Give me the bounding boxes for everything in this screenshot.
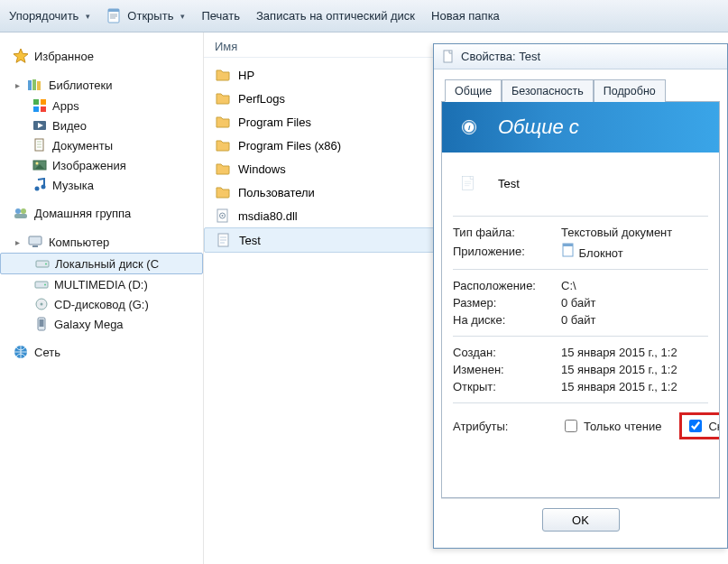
txt-icon xyxy=(441,50,456,64)
sidebar-item-local-disk-c[interactable]: Локальный диск (C xyxy=(0,253,203,274)
properties-banner: i Общие с xyxy=(442,102,719,153)
file-name: Program Files (x86) xyxy=(238,139,341,153)
svg-rect-9 xyxy=(33,99,39,105)
tab-general[interactable]: Общие xyxy=(445,79,502,102)
drive-d-label: MULTIMEDIA (D:) xyxy=(54,278,148,291)
phone-icon xyxy=(34,317,49,331)
filename-input[interactable] xyxy=(496,176,708,191)
libraries-icon xyxy=(27,77,43,93)
sidebar-item-apps[interactable]: Apps xyxy=(0,96,203,116)
sidebar-item-favorites[interactable]: Избранное xyxy=(0,45,203,67)
svg-rect-11 xyxy=(33,106,39,112)
dialog-titlebar[interactable]: Свойства: Test xyxy=(434,44,727,69)
property-key: Размер: xyxy=(453,296,552,310)
sidebar-item-multimedia-d[interactable]: MULTIMEDIA (D:) xyxy=(0,274,203,294)
newfolder-button[interactable]: Новая папка xyxy=(431,9,500,23)
network-label: Сеть xyxy=(34,346,60,359)
homegroup-icon xyxy=(13,205,29,221)
computer-label: Компьютер xyxy=(49,236,109,249)
notepad-icon xyxy=(561,243,576,257)
svg-rect-26 xyxy=(14,214,27,218)
tab-details[interactable]: Подробно xyxy=(594,79,666,102)
tab-strip: Общие Безопасность Подробно xyxy=(445,79,720,101)
folder-icon xyxy=(215,114,231,130)
print-label: Печать xyxy=(201,9,240,23)
svg-rect-36 xyxy=(40,319,44,327)
sidebar-item-libraries[interactable]: ▸ Библиотеки xyxy=(0,74,203,96)
music-label: Музыка xyxy=(52,179,94,192)
property-value: C:\ xyxy=(561,279,576,292)
sidebar-item-cdrom-g[interactable]: CD-дисковод (G:) xyxy=(0,294,203,314)
svg-rect-10 xyxy=(41,99,46,105)
property-value: 15 января 2015 г., 1:2 xyxy=(561,363,677,376)
apps-icon xyxy=(32,98,47,113)
expand-icon[interactable]: ▸ xyxy=(13,237,22,247)
highlight-box: Скр xyxy=(679,412,720,439)
svg-point-20 xyxy=(36,162,39,165)
property-row: Расположение:C:\ xyxy=(453,277,708,294)
ok-button[interactable]: OK xyxy=(542,508,620,532)
property-value: 0 байт xyxy=(561,313,595,327)
open-button[interactable]: Открыть xyxy=(106,8,185,24)
tab-security[interactable]: Безопасность xyxy=(502,79,594,102)
properties-dialog: Свойства: Test Общие Безопасность Подроб… xyxy=(433,43,728,549)
property-key: Тип файла: xyxy=(453,226,552,239)
organize-button[interactable]: Упорядочить xyxy=(9,9,90,23)
file-name: Test xyxy=(239,234,261,247)
notepad-icon xyxy=(106,8,123,24)
hidden-checkbox[interactable]: Скр xyxy=(686,417,720,435)
drive-icon xyxy=(34,277,49,291)
folder-icon xyxy=(215,161,231,177)
svg-rect-6 xyxy=(28,80,32,90)
video-label: Видео xyxy=(52,119,87,133)
open-label: Открыть xyxy=(127,9,173,23)
readonly-checkbox[interactable]: Только чтение xyxy=(561,417,661,435)
music-icon xyxy=(32,178,47,192)
sidebar-item-documents[interactable]: Документы xyxy=(0,135,203,155)
sidebar-item-homegroup[interactable]: Домашняя группа xyxy=(0,202,203,224)
property-row: Открыт:15 января 2015 г., 1:2 xyxy=(453,378,708,395)
sidebar-item-pictures[interactable]: Изображения xyxy=(0,155,203,175)
txt-icon xyxy=(216,232,232,248)
drive-c-label: Локальный диск (C xyxy=(55,257,159,271)
svg-point-34 xyxy=(41,303,43,306)
burn-label: Записать на оптический диск xyxy=(256,9,415,23)
property-key: Изменен: xyxy=(453,363,552,376)
galaxy-label: Galaxy Mega xyxy=(54,318,124,331)
explorer-toolbar: Упорядочить Открыть Печать Записать на о… xyxy=(0,0,728,32)
svg-point-32 xyxy=(44,284,46,286)
property-row: Создан:15 января 2015 г., 1:2 xyxy=(453,344,708,361)
svg-rect-12 xyxy=(41,106,46,112)
documents-icon xyxy=(32,138,47,153)
svg-rect-8 xyxy=(37,81,41,90)
sidebar-item-video[interactable]: Видео xyxy=(0,116,203,135)
sidebar-item-network[interactable]: Сеть xyxy=(0,341,203,363)
file-name: PerfLogs xyxy=(238,92,285,106)
expand-icon[interactable]: ▸ xyxy=(13,80,22,90)
favorites-label: Избранное xyxy=(34,50,94,63)
property-value: Блокнот xyxy=(561,243,623,260)
sidebar-item-music[interactable]: Музыка xyxy=(0,175,203,195)
folder-icon xyxy=(215,137,231,153)
apps-label: Apps xyxy=(52,99,79,113)
sidebar-item-computer[interactable]: ▸ Компьютер xyxy=(0,231,203,253)
network-icon xyxy=(13,344,29,360)
dll-icon xyxy=(215,208,231,224)
svg-rect-45 xyxy=(444,51,452,62)
svg-rect-7 xyxy=(32,79,36,90)
burn-button[interactable]: Записать на оптический диск xyxy=(256,9,415,23)
documents-label: Документы xyxy=(52,139,113,153)
sidebar-item-galaxy-mega[interactable]: Galaxy Mega xyxy=(0,314,203,334)
svg-rect-1 xyxy=(108,9,119,12)
property-row: На диске:0 байт xyxy=(453,311,708,328)
svg-point-24 xyxy=(15,208,21,214)
file-name: Пользователи xyxy=(238,186,315,199)
property-value: 15 января 2015 г., 1:2 xyxy=(561,380,677,393)
property-value: 15 января 2015 г., 1:2 xyxy=(561,346,677,359)
dialog-title: Свойства: Test xyxy=(461,50,540,63)
svg-rect-27 xyxy=(29,236,41,245)
print-button[interactable]: Печать xyxy=(201,9,240,23)
svg-rect-28 xyxy=(32,245,38,247)
txt-large-icon xyxy=(453,165,484,201)
organize-label: Упорядочить xyxy=(9,9,78,23)
